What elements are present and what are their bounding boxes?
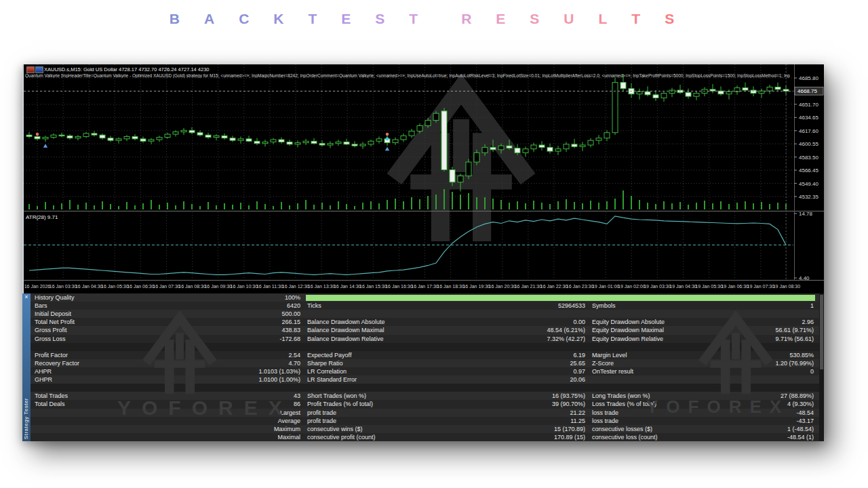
stats-rows: YOFOREX YOFOREX History Quality100%Bars6…: [31, 293, 819, 441]
stat-value: Largest: [238, 409, 300, 416]
table-row: Largestprofit trade21.22loss trade-48.54: [31, 409, 819, 417]
stat-value: 86: [238, 401, 300, 407]
svg-text:16 Jan 13:30: 16 Jan 13:30: [308, 284, 336, 289]
stat-label: GHPR: [31, 376, 238, 383]
svg-text:16 Jan 11:30: 16 Jan 11:30: [256, 284, 283, 289]
stat-label: Margin Level: [585, 352, 762, 359]
stat-label: consecutive profit (count): [300, 434, 517, 441]
stat-label: Loss Trades (% of total): [585, 401, 762, 407]
stat-label: OnTester result: [585, 368, 762, 375]
close-icon[interactable]: ×: [22, 293, 31, 301]
table-scrollbar[interactable]: [819, 293, 824, 441]
stat-label: Total Trades: [31, 392, 238, 399]
svg-text:16 Jan 06:30: 16 Jan 06:30: [127, 284, 155, 289]
svg-text:4532.35: 4532.35: [799, 194, 818, 200]
stat-value: 15 (170.89): [517, 426, 585, 432]
stat-label: AHPR: [31, 368, 238, 375]
stat-label: Total Deals: [31, 401, 238, 407]
title-letter: A: [204, 11, 214, 27]
stat-value: 43: [238, 392, 300, 399]
title-letter: B: [170, 11, 180, 27]
stat-value: -172.68: [238, 336, 300, 342]
stat-label: Recovery Factor: [31, 360, 238, 367]
svg-text:4617.60: 4617.60: [799, 128, 818, 134]
stat-label: consecutive loss (count): [585, 434, 762, 441]
stat-label: Z-Score: [585, 360, 762, 367]
stat-value: 2.54: [238, 352, 300, 359]
svg-text:16 Jan 10:30: 16 Jan 10:30: [231, 284, 258, 289]
svg-text:19 Jan 03:30: 19 Jan 03:30: [644, 284, 671, 289]
stat-value: 100%: [238, 294, 300, 301]
svg-text:19 Jan 04:30: 19 Jan 04:30: [669, 284, 697, 289]
stat-value: 6420: [238, 302, 300, 309]
table-row: Gross Profit438.83Balance Drawdown Maxim…: [31, 326, 819, 334]
title-letter: S: [375, 11, 384, 27]
svg-text:16 Jan 14:30: 16 Jan 14:30: [334, 284, 361, 289]
stat-value: Maximum: [238, 426, 300, 432]
svg-text:4583.50: 4583.50: [799, 155, 818, 161]
stat-value: 25.65: [517, 360, 585, 367]
title-letter: T: [631, 11, 640, 27]
title-letter: T: [409, 11, 418, 27]
table-row: History Quality100%: [31, 293, 819, 302]
stat-value: 6.19: [517, 352, 585, 359]
chart-svg[interactable]: 4685.804668.754651.704634.654617.604600.…: [24, 64, 824, 293]
stat-label: Profit Trades (% of total): [300, 401, 517, 407]
strategy-tester-tab[interactable]: × Strategy Tester: [22, 293, 31, 441]
stat-value: 21.22: [517, 409, 585, 416]
stat-value: 266.15: [238, 319, 300, 325]
stat-label: Short Trades (won %): [300, 392, 517, 399]
table-row: Maximumconsecutive wins ($)15 (170.89)co…: [31, 425, 819, 433]
title-letter: K: [273, 11, 283, 27]
stat-label: consecutive wins ($): [300, 426, 517, 432]
stat-value: 56.61 (9.71%): [762, 327, 819, 333]
page: BACKTESTRESULTS 4685.804668.754651.70463…: [0, 0, 868, 488]
stat-value: 1.0103 (1.03%): [238, 368, 300, 375]
title-letter: T: [308, 11, 317, 27]
stat-label: History Quality: [31, 294, 238, 301]
stat-label: Equity Drawdown Absolute: [585, 319, 762, 325]
svg-text:16 Jan 16:30: 16 Jan 16:30: [385, 284, 413, 289]
svg-text:4.40: 4.40: [799, 275, 810, 281]
svg-text:16 Jan 18:30: 16 Jan 18:30: [437, 284, 465, 289]
stat-value: 0: [762, 368, 819, 375]
table-row: Total Deals86Profit Trades (% of total)3…: [31, 400, 819, 408]
stat-value: 0.97: [517, 368, 585, 375]
table-row: AHPR1.0103 (1.03%)LR Correlation0.97OnTe…: [31, 367, 819, 375]
stat-label: Total Net Profit: [31, 319, 238, 325]
svg-text:16 Jan 04:30: 16 Jan 04:30: [75, 284, 103, 289]
stat-label: loss trade: [585, 418, 762, 424]
stat-label: profit trade: [300, 409, 517, 416]
scrollbar-thumb[interactable]: [820, 295, 823, 369]
title-letter: E: [341, 11, 351, 27]
table-row: Bars6420Ticks52964533Symbols1: [31, 302, 819, 310]
svg-text:16 Jan 09:30: 16 Jan 09:30: [204, 284, 232, 289]
table-row: [31, 343, 819, 351]
svg-text:16 Jan 07:30: 16 Jan 07:30: [153, 284, 180, 289]
stats-table: × Strategy Tester YOFOREX YOFOREX Histor…: [22, 293, 824, 441]
stat-label: Balance Drawdown Absolute: [300, 319, 517, 325]
svg-text:16 Jan 08:30: 16 Jan 08:30: [178, 284, 206, 289]
stat-value: Maximal: [238, 434, 300, 441]
stat-value: 2.96: [762, 319, 819, 325]
chart-window-icon-red[interactable]: [26, 66, 35, 73]
table-row: Initial Deposit500.00: [31, 310, 819, 318]
svg-text:16 Jan 20:30: 16 Jan 20:30: [489, 284, 517, 289]
title-letter: S: [665, 11, 674, 27]
stat-value: 52964533: [517, 302, 585, 309]
svg-text:19 Jan 01:00: 19 Jan 01:00: [592, 284, 620, 289]
stat-label: Ticks: [300, 302, 517, 309]
stat-label: Gross Loss: [31, 336, 238, 342]
title-letter: R: [461, 11, 471, 27]
stat-value: 11.25: [517, 418, 585, 424]
svg-text:19 Jan 06:30: 19 Jan 06:30: [721, 284, 749, 289]
stat-label: Equity Drawdown Relative: [585, 336, 762, 342]
stat-label: Initial Deposit: [31, 310, 238, 317]
stat-value: 16 (93.75%): [517, 392, 585, 399]
stat-label: Balance Drawdown Relative: [300, 336, 517, 342]
chart-area[interactable]: 4685.804668.754651.704634.654617.604600.…: [22, 64, 824, 293]
svg-text:19 Jan 05:30: 19 Jan 05:30: [695, 284, 723, 289]
chart-window-icon-blue[interactable]: [35, 66, 43, 73]
stat-value: 20.06: [517, 376, 585, 383]
svg-text:4549.40: 4549.40: [799, 181, 818, 187]
